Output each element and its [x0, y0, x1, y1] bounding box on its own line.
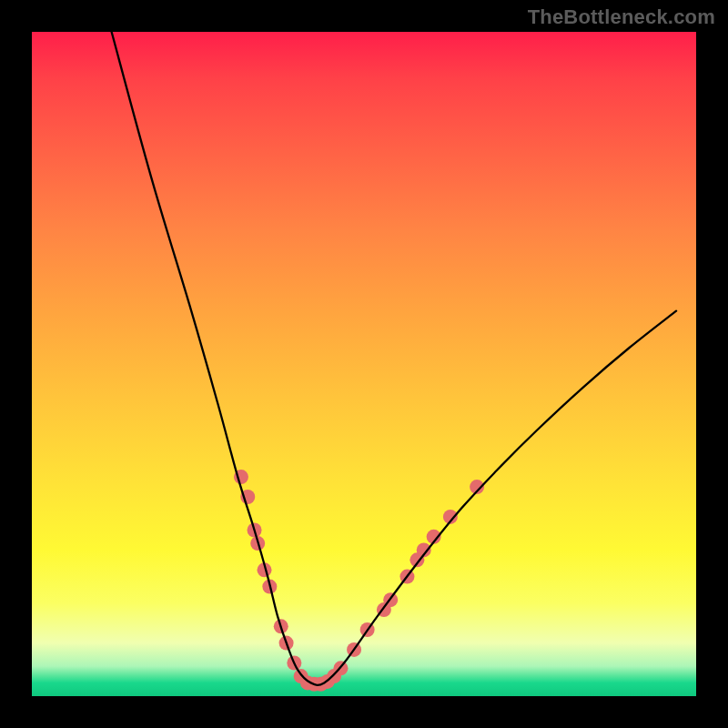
plot-area	[32, 32, 696, 696]
bottleneck-curve	[112, 32, 677, 685]
watermark-text: TheBottleneck.com	[528, 5, 715, 29]
curve-layer	[32, 32, 696, 696]
curve-svg	[32, 32, 696, 696]
marker-group	[234, 470, 484, 692]
chart-frame: TheBottleneck.com	[0, 0, 728, 728]
